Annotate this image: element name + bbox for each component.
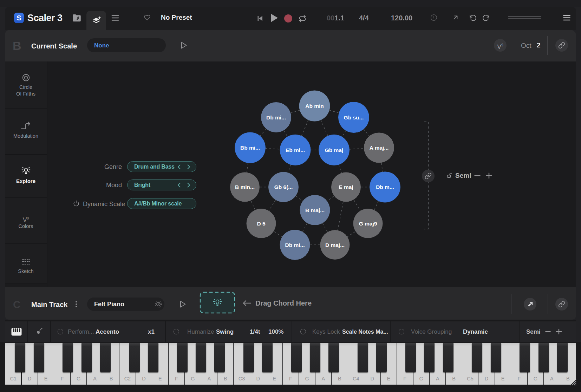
svg-text:Eb mi...: Eb mi... xyxy=(286,147,305,153)
svg-text:Db m...: Db m... xyxy=(376,184,394,190)
svg-text:Gb su...: Gb su... xyxy=(344,115,364,120)
svg-text:Db mi...: Db mi... xyxy=(266,115,286,120)
svg-text:D maj...: D maj... xyxy=(325,242,345,248)
svg-text:E maj: E maj xyxy=(339,184,353,190)
svg-text:A maj...: A maj... xyxy=(370,145,389,151)
svg-text:B maj...: B maj... xyxy=(305,207,325,213)
svg-text:Gb maj: Gb maj xyxy=(325,147,344,153)
svg-text:D 5: D 5 xyxy=(257,221,266,227)
svg-text:Bb mi...: Bb mi... xyxy=(240,145,260,151)
svg-text:G maj9: G maj9 xyxy=(359,221,377,227)
svg-text:Gb 6(...: Gb 6(... xyxy=(274,184,293,190)
svg-text:B min...: B min... xyxy=(235,184,255,190)
svg-text:Ab min: Ab min xyxy=(305,103,324,109)
svg-text:Db mi...: Db mi... xyxy=(285,242,305,248)
